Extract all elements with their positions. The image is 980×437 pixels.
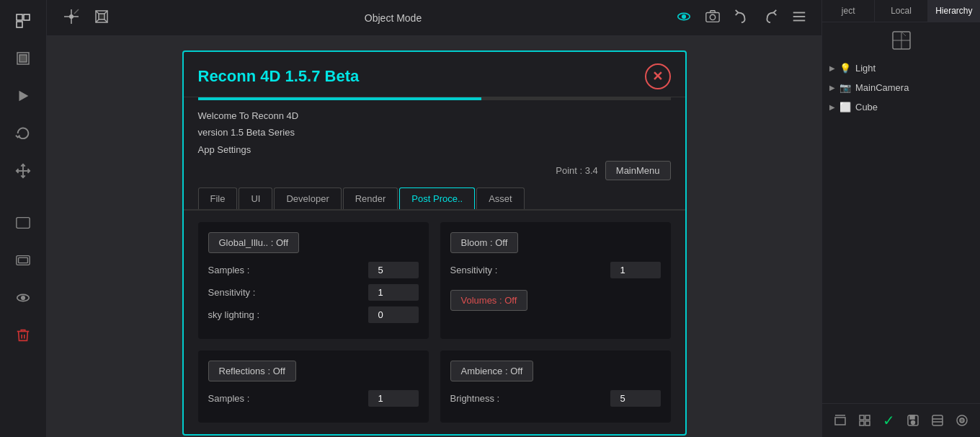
global-illu-samples-label: Samples :	[208, 265, 250, 275]
svg-point-24	[682, 14, 686, 18]
bloom-panel: Bloom : Off Sensitivity : 1 Volumes : Of…	[440, 222, 671, 339]
bloom-toggle[interactable]: Bloom : Off	[450, 232, 519, 253]
ambience-brightness-value[interactable]: 5	[610, 390, 661, 407]
global-illu-samples-value[interactable]: 5	[368, 262, 419, 278]
reflections-toggle[interactable]: Reflections : Off	[208, 361, 296, 381]
bottom-circle-icon[interactable]	[951, 410, 973, 431]
svg-rect-8	[17, 218, 30, 229]
eye-top-icon[interactable]	[673, 6, 695, 30]
svg-rect-36	[860, 415, 864, 420]
tab-ui[interactable]: UI	[239, 187, 272, 209]
main-menu-button[interactable]: MainMenu	[605, 161, 671, 180]
cube-view-icon[interactable]	[90, 5, 113, 31]
layers-icon[interactable]	[9, 209, 37, 237]
eye-icon[interactable]	[9, 284, 37, 312]
tab-asset[interactable]: Asset	[476, 187, 525, 209]
point-label: Point : 3.4	[556, 165, 598, 176]
trash-icon[interactable]	[9, 322, 37, 349]
move-icon[interactable]	[9, 157, 37, 185]
redo-icon[interactable]	[760, 6, 781, 30]
main-area: Object Mode	[47, 0, 821, 437]
svg-point-42	[912, 421, 915, 425]
svg-marker-5	[19, 91, 29, 102]
refresh-icon[interactable]	[9, 120, 37, 147]
sidebar-bottom-bar: ✓	[822, 403, 980, 437]
global-illu-toggle[interactable]: Global_Illu.. : Off	[208, 232, 300, 253]
dialog: Reconn 4D 1.5.7 Beta ✕ Welcome To Reconn…	[182, 50, 687, 436]
svg-rect-1	[24, 14, 30, 20]
reflections-samples-label: Samples :	[208, 393, 250, 404]
global-illu-sky-value[interactable]: 0	[368, 306, 419, 323]
dialog-overlay: Reconn 4D 1.5.7 Beta ✕ Welcome To Reconn…	[47, 36, 821, 437]
play-icon[interactable]	[9, 82, 37, 110]
ambience-panel: Ambience : Off Brightness : 5	[440, 350, 671, 423]
dialog-title: Reconn 4D 1.5.7 Beta	[198, 67, 360, 86]
checkmark-icon: ✓	[878, 410, 900, 431]
svg-point-47	[960, 418, 964, 423]
hierarchy-item-light[interactable]: ▶ 💡 Light	[822, 58, 980, 78]
svg-rect-39	[865, 421, 870, 425]
svg-rect-37	[865, 415, 870, 420]
svg-rect-4	[19, 55, 27, 62]
tab-developer[interactable]: Developer	[274, 187, 341, 209]
tab-render[interactable]: Render	[343, 187, 398, 209]
welcome-line1: Welcome To Reconn 4D	[198, 107, 671, 124]
mode-label: Object Mode	[365, 12, 422, 24]
svg-rect-41	[910, 415, 914, 419]
ambience-toggle[interactable]: Ambience : Off	[450, 361, 534, 381]
global-illu-panel: Global_Illu.. : Off Samples : 5 Sensitiv…	[198, 222, 429, 339]
camera-icon: 📷	[839, 82, 851, 93]
svg-rect-34	[835, 418, 845, 425]
sidebar-tab-local[interactable]: Local	[875, 0, 927, 22]
svg-rect-38	[860, 421, 864, 425]
dialog-content: Global_Illu.. : Off Samples : 5 Sensitiv…	[184, 211, 685, 434]
camera-label: MainCamera	[855, 82, 909, 93]
light-arrow: ▶	[829, 64, 835, 72]
global-illu-sky-label: sky lighting :	[208, 309, 260, 320]
welcome-line3: App Settings	[198, 141, 671, 158]
global-illu-sensitivity-label: Sensitivity :	[208, 287, 256, 298]
svg-rect-22	[99, 14, 104, 19]
cube-arrow: ▶	[829, 103, 835, 111]
hierarchy-item-maincamera[interactable]: ▶ 📷 MainCamera	[822, 78, 980, 97]
bottom-grid-icon[interactable]	[854, 410, 876, 431]
bottom-layers-icon[interactable]	[927, 410, 948, 431]
tabs-row: File UI Developer Render Post Proce.. As…	[184, 187, 685, 211]
volumes-toggle[interactable]: Volumes : Off	[450, 290, 528, 311]
bloom-sensitivity-value[interactable]: 1	[610, 262, 661, 278]
reflections-panel: Reflections : Off Samples : 1	[198, 350, 429, 423]
hierarchy-item-cube[interactable]: ▶ ⬜ Cube	[822, 97, 980, 117]
bottom-disk-icon[interactable]	[902, 410, 924, 431]
cube-label: Cube	[855, 102, 878, 112]
reflections-samples-row: Samples : 1	[208, 390, 419, 407]
viewport[interactable]: Reconn 4D 1.5.7 Beta ✕ Welcome To Reconn…	[47, 36, 821, 437]
light-label: Light	[855, 63, 876, 74]
dialog-subtitle: Welcome To Reconn 4D version 1.5 Beta Se…	[184, 100, 685, 158]
sidebar-tab-hierarchy[interactable]: Hierarchy	[928, 0, 980, 22]
ambience-brightness-row: Brightness : 5	[450, 390, 661, 407]
camera-icon[interactable]	[702, 6, 723, 30]
svg-line-16	[74, 9, 79, 14]
tab-file[interactable]: File	[198, 187, 238, 209]
svg-rect-2	[17, 22, 22, 27]
undo-icon[interactable]	[731, 6, 752, 30]
global-illu-sensitivity-value[interactable]: 1	[368, 284, 419, 301]
tab-post[interactable]: Post Proce..	[399, 187, 475, 209]
svg-rect-10	[19, 257, 28, 262]
frame-icon[interactable]	[9, 247, 37, 274]
gizmo-icon[interactable]	[58, 4, 84, 32]
menu-icon[interactable]	[788, 6, 810, 30]
cube-icon[interactable]	[9, 7, 37, 35]
global-illu-sensitivity-row: Sensitivity : 1	[208, 284, 419, 301]
dialog-header: Reconn 4D 1.5.7 Beta ✕	[184, 52, 685, 97]
svg-rect-25	[706, 12, 719, 22]
sidebar-tabs: ject Local Hierarchy	[822, 0, 980, 22]
sidebar-tab-object[interactable]: ject	[822, 0, 875, 22]
square-icon[interactable]	[9, 45, 37, 72]
close-button[interactable]: ✕	[645, 63, 671, 89]
reflections-samples-value[interactable]: 1	[368, 390, 419, 407]
svg-point-15	[69, 14, 74, 19]
camera-arrow: ▶	[829, 84, 835, 92]
global-illu-sky-row: sky lighting : 0	[208, 306, 419, 323]
bottom-rect-icon[interactable]	[829, 410, 851, 431]
